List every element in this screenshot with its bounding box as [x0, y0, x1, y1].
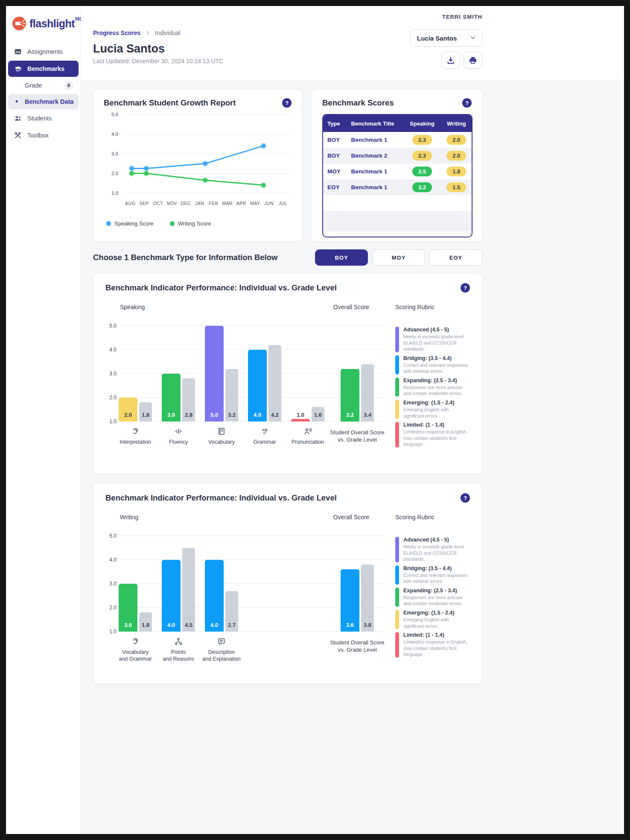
bar-value-label: 4.0 [205, 622, 224, 628]
breadcrumb-individual: Individual [155, 29, 180, 36]
toolbox-icon [14, 131, 22, 140]
grade-level-bar [268, 345, 281, 421]
empty-cell [323, 211, 472, 231]
table-row[interactable]: MOYBenchmark 12.51.8 [323, 164, 472, 179]
help-icon[interactable]: ? [461, 493, 470, 503]
sidebar-item-students[interactable]: Students [8, 110, 79, 126]
download-button[interactable] [441, 52, 460, 69]
benchmark-title-link[interactable]: Benchmark 1 [351, 184, 388, 190]
download-icon [446, 56, 455, 65]
legend-swatch [106, 221, 111, 226]
svg-text:SEP: SEP [139, 201, 149, 206]
bar-value-label: 4.0 [162, 622, 181, 628]
category-label-line: and Explanation [196, 656, 247, 662]
benchmark-table-body: BOYBenchmark 12.32.0BOYBenchmark 22.32.0… [323, 132, 472, 237]
sidebar-item-label: Students [27, 115, 52, 122]
svg-text:MAY: MAY [250, 201, 260, 206]
writing-score-pill: 2.0 [446, 151, 466, 161]
benchmark-type-cell: MOY [323, 164, 347, 179]
sidebar-item-toolbox[interactable]: Toolbox [8, 127, 79, 143]
boy-button[interactable]: BOY [315, 249, 368, 266]
scoring-rubric-heading: Scoring Rubric [395, 514, 435, 521]
app-window: flashlight 360 Assignments Benchmarks Gr… [6, 6, 624, 834]
speaking-score-pill: 2.5 [412, 167, 432, 176]
benchmark-title-cell: Benchmark 1 [347, 132, 403, 148]
benchmark-title-link[interactable]: Benchmark 2 [351, 152, 388, 159]
last-updated: Last Updated: December 30, 2024 10:24:13… [93, 58, 223, 64]
rubric-item: Advanced (4.5 - 5)Meets or exceeds grade… [395, 537, 470, 562]
writing-score-cell: 1.5 [440, 179, 472, 195]
bar-value-label: 1.6 [312, 412, 324, 418]
bar-value-label: 4.5 [182, 622, 195, 628]
benchmark-title-link[interactable]: Benchmark 1 [351, 137, 388, 143]
rubric-desc: Correct and relevant responses with mini… [403, 362, 470, 375]
writing-score-pill: 2.0 [446, 135, 466, 145]
svg-text:4.0: 4.0 [111, 132, 118, 137]
speaking-card-title: Benchmark Indicator Performance: Individ… [105, 283, 337, 293]
rubric-title: Expanding: (2.5 - 3.4) [403, 588, 470, 594]
benchmark-title-cell: Benchmark 2 [347, 148, 403, 164]
y-tick-label: 3.0 [103, 371, 117, 377]
empty-table-row [323, 231, 472, 237]
chart-subtitle: Speaking [120, 304, 145, 310]
scoring-rubric-heading: Scoring Rubric [395, 304, 435, 310]
sidebar-item-label: Benchmarks [27, 65, 64, 72]
y-tick-label: 5.0 [103, 533, 117, 539]
rubric-title: Emerging: (1.5 - 2.4) [403, 610, 470, 616]
legend-label: Writing Score [178, 220, 211, 227]
y-tick-label: 4.0 [103, 557, 117, 563]
speaking-performance-card: Benchmark Indicator Performance: Individ… [93, 273, 482, 474]
benchmark-title-cell: Benchmark 1 [347, 179, 403, 195]
category-label-line: vs. Grade Level [321, 436, 394, 444]
y-tick-label: 2.0 [103, 395, 117, 401]
svg-text:2.0: 2.0 [111, 171, 118, 176]
bar-value-label: 1.0 [291, 412, 310, 418]
bar-value-label: 3.4 [361, 412, 374, 418]
rubric-level-bar [395, 588, 399, 607]
rubric-desc: Responses are more precise and contain m… [403, 594, 470, 607]
page-title: Lucia Santos [93, 42, 223, 56]
benchmarks-icon [14, 64, 22, 73]
speaking-score-cell: 2.3 [403, 132, 439, 148]
legend-item: Writing Score [170, 220, 211, 227]
student-score-bar [162, 560, 181, 632]
help-icon[interactable]: ? [461, 283, 470, 293]
writing-score-pill: 1.8 [446, 167, 466, 176]
rubric-text: Expanding: (2.5 - 3.4)Responses are more… [403, 588, 470, 607]
rubric-title: Expanding: (2.5 - 3.4) [403, 378, 470, 383]
y-tick-label: 5.0 [103, 323, 117, 329]
legend-item: Speaking Score [106, 220, 154, 227]
sidebar-item-label: Grade [25, 82, 42, 89]
table-row[interactable]: EOYBenchmark 13.21.5 [323, 179, 472, 195]
benchmark-title-link[interactable]: Benchmark 1 [351, 168, 388, 175]
writing-score-cell: 2.0 [440, 148, 472, 164]
eoy-button[interactable]: EOY [429, 249, 482, 266]
sidebar-item-benchmarks[interactable]: Benchmarks [8, 61, 79, 77]
sidebar-item-benchmark-data[interactable]: • Benchmark Data [8, 94, 79, 109]
help-icon[interactable]: ? [282, 98, 292, 108]
rubric-item: Expanding: (2.5 - 3.4)Responses are more… [395, 588, 470, 607]
y-tick-label: 3.0 [103, 581, 117, 587]
rubric-title: Bridging: (3.5 - 4.4) [403, 355, 470, 361]
assignments-icon [14, 47, 22, 56]
table-row[interactable]: BOYBenchmark 12.32.0 [323, 132, 472, 148]
bullet-icon: • [15, 97, 18, 106]
svg-text:APR: APR [236, 201, 246, 206]
logo: flashlight 360 [6, 14, 81, 31]
svg-text:AB: AB [262, 428, 268, 432]
breadcrumb-progress-scores[interactable]: Progress Scores [93, 29, 140, 36]
sidebar-item-grade[interactable]: Grade 8 [8, 78, 79, 93]
moy-button[interactable]: MOY [372, 249, 425, 266]
sidebar-item-assignments[interactable]: Assignments [8, 44, 79, 60]
student-select[interactable]: Lucia Santos [410, 29, 482, 47]
category-label-line: Student Overall Score [321, 639, 394, 647]
speaking-score-cell: 2.5 [403, 164, 439, 179]
writing-score-cell: 1.8 [440, 164, 472, 179]
user-name[interactable]: TERRI SMITH [93, 14, 482, 20]
table-row[interactable]: BOYBenchmark 22.32.0 [323, 148, 472, 164]
print-button[interactable] [464, 52, 482, 69]
svg-text:FEB: FEB [209, 201, 218, 206]
rubric-title: Bridging: (3.5 - 4.4) [403, 565, 470, 571]
help-icon[interactable]: ? [462, 98, 472, 108]
rubric-desc: Correct and relevant responses with mini… [403, 572, 470, 585]
